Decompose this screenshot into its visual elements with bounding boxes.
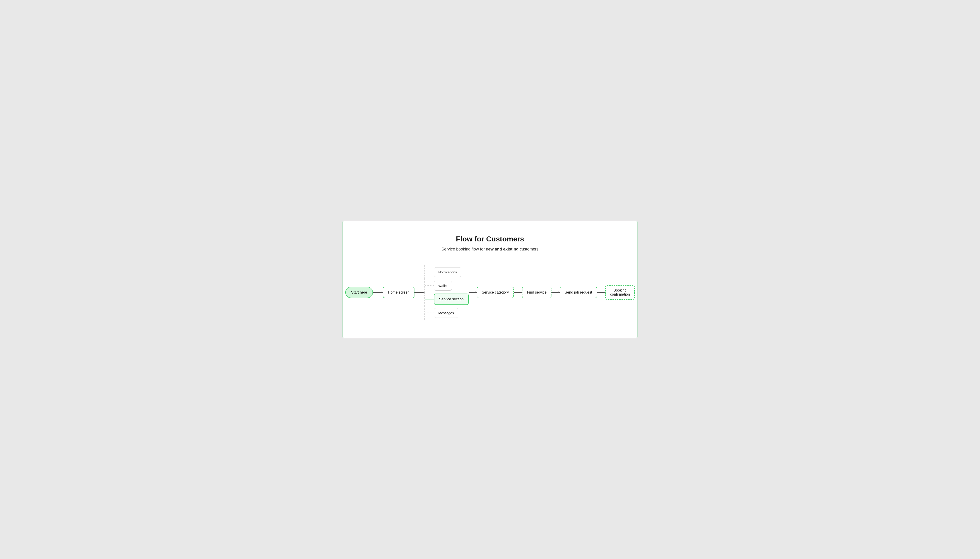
arrow-category-find: [514, 292, 522, 293]
node-service-category: Service category: [477, 287, 514, 298]
page-title: Flow for Customers: [357, 235, 623, 243]
flow-diagram: Start here Home screen Notificat: [357, 265, 623, 320]
arrow-send-booking: [597, 292, 605, 293]
arrow-line: [415, 292, 425, 293]
arrow-line: [597, 292, 605, 293]
hline-notifications: [425, 272, 434, 272]
branches-container: Notifications Wallet Service section: [425, 265, 469, 320]
arrow-line: [469, 292, 477, 293]
wallet-row: Wallet: [425, 279, 452, 293]
node-find-service: Find service: [522, 287, 552, 298]
node-service-section: Service section: [434, 294, 469, 305]
page-subtitle: Service booking flow for new and existin…: [357, 247, 623, 251]
node-notifications: Notifications: [434, 267, 461, 277]
node-booking-confirmation: Booking confirmation: [605, 285, 635, 300]
vline-top-seg: [425, 265, 425, 279]
header: Flow for Customers Service booking flow …: [357, 235, 623, 251]
canvas: Flow for Customers Service booking flow …: [343, 221, 637, 338]
notifications-row: Notifications: [425, 265, 461, 279]
node-messages: Messages: [434, 308, 458, 318]
messages-row: Messages: [425, 306, 458, 320]
node-start: Start here: [345, 287, 373, 298]
hline-messages: [425, 313, 434, 313]
node-send-job-request: Send job request: [560, 287, 597, 298]
arrow-service-category: [469, 292, 477, 293]
node-home-screen: Home screen: [383, 287, 415, 298]
arrow-line: [552, 292, 560, 293]
hline-wallet: [425, 285, 434, 286]
vline-dashed: [425, 265, 425, 279]
hline-service: [425, 299, 434, 299]
arrow-line: [373, 292, 383, 293]
arrow-home-service: [415, 292, 425, 293]
arrow-find-send: [552, 292, 560, 293]
branch-block: Notifications Wallet Service section: [425, 265, 469, 320]
node-wallet: Wallet: [434, 281, 452, 291]
service-section-row: Service section: [425, 293, 469, 306]
arrow-start-home: [373, 292, 383, 293]
arrow-line: [514, 292, 522, 293]
